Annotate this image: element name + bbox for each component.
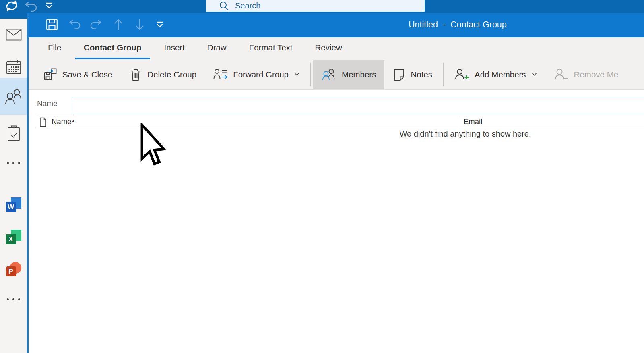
mouse-cursor [140, 123, 168, 168]
notes-button[interactable]: Notes [384, 60, 441, 89]
sidebar-item-excel[interactable]: X [0, 230, 27, 244]
group-name-input[interactable] [72, 97, 644, 114]
remove-member-icon [554, 68, 569, 81]
forward-group-icon [213, 68, 228, 81]
column-header-name[interactable]: Name▴ [52, 117, 74, 126]
column-divider [460, 117, 460, 127]
undo-icon[interactable] [68, 18, 81, 30]
customize-toolbar-chevron-icon[interactable] [156, 21, 164, 28]
sidebar-item-calendar[interactable] [0, 60, 27, 75]
column-divider [49, 117, 49, 127]
arrow-up-icon[interactable] [113, 18, 124, 31]
ribbon-commands: Save & Close Delete Group [29, 59, 644, 90]
button-label: Remove Me [574, 70, 619, 79]
chevron-down-icon [294, 73, 299, 76]
clipboard-check-icon [6, 125, 21, 142]
trash-icon [129, 68, 142, 81]
members-icon [322, 68, 336, 81]
sort-asc-icon: ▴ [72, 118, 74, 123]
save-and-close-button[interactable]: Save & Close [35, 60, 121, 89]
document-icon [39, 117, 47, 127]
button-label: Save & Close [62, 70, 112, 79]
calendar-icon [6, 60, 21, 75]
app-sidebar: W X P [0, 19, 27, 353]
empty-list-message: We didn't find anything to show here. [310, 129, 620, 139]
members-button[interactable]: Members [313, 60, 384, 89]
window-titlebar: Untitled - Contact Group [29, 13, 644, 37]
add-members-button[interactable]: Add Members [446, 60, 545, 89]
sync-icon[interactable] [3, 0, 19, 14]
ribbon-tabs: File Contact Group Insert Draw Format Te… [29, 37, 644, 59]
name-field-label: Name [37, 98, 58, 109]
customize-toolbar-chevron-icon[interactable] [45, 2, 53, 9]
tab-format-text[interactable]: Format Text [241, 37, 301, 59]
sidebar-item-powerpoint[interactable]: P [0, 262, 27, 276]
save-and-close-icon [43, 68, 57, 81]
button-label: Delete Group [147, 70, 196, 79]
search-placeholder: Search [235, 1, 260, 10]
powerpoint-icon: P [6, 262, 21, 276]
contact-group-window: Untitled - Contact Group File Contact Gr… [27, 13, 644, 353]
tab-contact-group[interactable]: Contact Group [75, 37, 150, 59]
remove-member-button: Remove Me [545, 60, 627, 89]
button-label: Add Members [475, 70, 526, 79]
members-table-header: Name▴ Email [36, 116, 644, 127]
people-icon [4, 88, 23, 106]
save-icon[interactable] [45, 18, 58, 31]
excel-icon: X [6, 230, 21, 244]
sidebar-item-mail[interactable] [0, 29, 27, 41]
button-label: Notes [411, 70, 432, 79]
sidebar-item-more-apps[interactable] [0, 159, 27, 167]
tab-insert[interactable]: Insert [156, 37, 193, 59]
chevron-down-icon [532, 73, 537, 76]
ribbon-separator [310, 63, 311, 86]
window-title: Untitled - Contact Group [409, 20, 507, 30]
mail-icon [6, 29, 22, 41]
tab-draw[interactable]: Draw [199, 37, 235, 59]
arrow-down-icon[interactable] [134, 18, 145, 31]
ellipsis-icon [7, 159, 20, 167]
ellipsis-icon [7, 295, 20, 303]
undo-icon[interactable] [24, 0, 38, 13]
tab-file[interactable]: File [39, 37, 70, 59]
search-box[interactable]: Search [206, 0, 425, 12]
redo-icon[interactable] [89, 18, 102, 30]
add-members-icon [454, 68, 469, 81]
button-label: Members [342, 70, 376, 79]
sidebar-item-people[interactable] [0, 88, 27, 106]
delete-group-button[interactable]: Delete Group [121, 60, 205, 89]
sidebar-item-tasks[interactable] [0, 125, 27, 142]
ribbon-separator [443, 63, 444, 86]
search-icon [219, 1, 229, 11]
tab-review[interactable]: Review [307, 37, 351, 59]
sidebar-item-more[interactable] [0, 295, 27, 303]
forward-group-button[interactable]: Forward Group [205, 60, 308, 89]
column-header-email[interactable]: Email [464, 117, 482, 126]
sidebar-item-word[interactable]: W [0, 197, 27, 212]
button-label: Forward Group [233, 70, 289, 79]
word-icon: W [6, 197, 21, 212]
notes-icon [393, 68, 405, 81]
